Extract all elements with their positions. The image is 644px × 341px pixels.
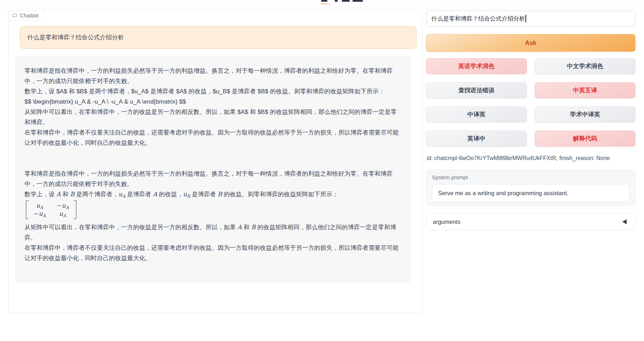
button-zh-to-en[interactable]: 中译英 [426, 106, 527, 122]
bot-message-bubble: 零和博弈是指在博弈中，一方的利益损失必然等于另一方的利益增益。换言之，对于每一种… [16, 56, 410, 282]
system-prompt-value: Serve me as a writing and programming as… [438, 190, 568, 197]
system-prompt-card: System prompt Serve me as a writing and … [426, 170, 635, 206]
question-input[interactable]: 什么是零和博弈？结合公式介绍分析 [426, 11, 635, 27]
button-en-to-zh[interactable]: 英译中 [426, 131, 527, 147]
bot-raw-line: 从矩阵中可以看出，在零和博弈中，一方的收益是另一方的相反数。所以，如果 $A$ … [24, 107, 402, 127]
title-glyph-fragment [342, 0, 350, 2]
matrix-cell: −uA [33, 210, 46, 218]
matrix-cell: uA [33, 202, 46, 210]
bot-raw-line: 在零和博弈中，博弈者不仅要关注自己的收益，还需要考虑对手的收益。因为一方取得的收… [24, 127, 402, 148]
bot-rendered-paragraph: 从矩阵中可以看出，在零和博弈中，一方的收益是另一方的相反数。所以，如果 A 和 … [24, 222, 402, 243]
payoff-matrix: uA −uA −uA uA [24, 199, 402, 222]
system-prompt-input[interactable]: Serve me as a writing and programming as… [432, 184, 629, 202]
bot-rendered-paragraph: 零和博弈是指在博弈中，一方的利益损失必然等于另一方的利益增益。换言之，对于每一种… [24, 169, 402, 189]
chatbot-label-text: Chatbot [20, 12, 39, 18]
bot-raw-line: 零和博弈是指在博弈中，一方的利益损失必然等于另一方的利益增益。换言之，对于每一种… [24, 66, 402, 86]
text-caret [525, 15, 526, 22]
bot-raw-latex-line: $$ \begin{bmatrix} u_A & -u_A \ -u_A & u… [24, 97, 402, 107]
arguments-accordion-label: arguments [433, 219, 460, 225]
bot-rendered-paragraph: 在零和博弈中，博弈者不仅要关注自己的收益，还需要考虑对手的收益。因为一方取得的收… [24, 243, 402, 263]
button-zh-en-mutual-translate[interactable]: 中英互译 [535, 82, 635, 98]
function-button-grid: 英语学术润色 中文学术润色 查找语法错误 中英互译 中译英 学术中译英 英译中 … [426, 58, 635, 147]
matrix-left-bracket [26, 200, 29, 219]
bot-rendered-paragraph: 数学上，设 A 和 B 是两个博弈者，uA 是博弈者 A 的收益，uB 是博弈者… [24, 189, 402, 199]
title-underline-fragment [321, 3, 330, 5]
matrix-cell: uA [56, 210, 69, 218]
button-find-grammar-errors[interactable]: 查找语法错误 [426, 82, 527, 98]
user-message-bubble: 什么是零和博弈？结合公式介绍分析 [20, 26, 416, 49]
button-explain-code[interactable]: 解释代码 [535, 131, 635, 147]
button-academic-zh-to-en[interactable]: 学术中译英 [535, 106, 635, 122]
matrix-right-bracket [73, 200, 76, 219]
clipped-page-title [0, 0, 644, 6]
user-message-text: 什么是零和博弈？结合公式介绍分析 [27, 32, 124, 43]
question-input-value: 什么是零和博弈？结合公式介绍分析 [431, 15, 525, 23]
system-prompt-label: System prompt [432, 174, 468, 180]
message-gap [24, 148, 402, 169]
matrix-cell: −uA [56, 202, 69, 210]
title-glyph-fragment [321, 0, 327, 2]
bot-raw-line: 数学上，设 $A$ 和 $B$ 是两个博弈者，$u_A$ 是博弈者 $A$ 的收… [24, 86, 402, 97]
title-glyph-fragment [335, 0, 338, 2]
ask-button[interactable]: Ask [426, 34, 635, 52]
completion-status-text: id: chatcmpl-6wOo7KrYTwMl89lbrMWRu4UkFFX… [427, 155, 610, 161]
title-glyph-fragment [353, 0, 363, 2]
speech-bubble-icon [12, 13, 17, 18]
chatbot-label: Chatbot [8, 10, 44, 21]
arguments-accordion[interactable]: arguments [426, 213, 635, 230]
chatbot-panel[interactable]: Chatbot 什么是零和博弈？结合公式介绍分析 零和博弈是指在博弈中，一方的利… [8, 10, 422, 313]
header-divider [0, 8, 644, 8]
button-english-academic-polish[interactable]: 英语学术润色 [426, 58, 527, 74]
triangle-left-icon [622, 219, 627, 224]
button-chinese-academic-polish[interactable]: 中文学术润色 [535, 58, 635, 74]
